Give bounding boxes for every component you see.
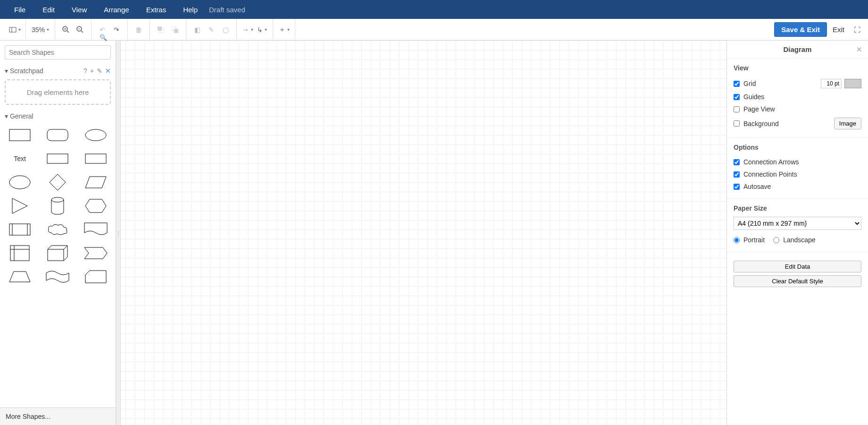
shapes-palette: Text — [0, 123, 116, 289]
grid-checkbox[interactable] — [734, 81, 740, 87]
svg-marker-21 — [12, 198, 27, 213]
canvas[interactable]: ⋮ Living BeingsMammalDonkeyDogLeopardGir… — [116, 41, 726, 425]
scratchpad-help-icon[interactable]: ? — [83, 67, 87, 75]
svg-marker-23 — [85, 199, 106, 212]
scratchpad-add-icon[interactable]: + — [90, 67, 94, 75]
fill-color-icon[interactable]: ◧ — [190, 23, 204, 37]
background-label: Background — [743, 120, 779, 128]
edit-data-button[interactable]: Edit Data — [734, 261, 861, 272]
toolbar: 35% ↶ ↷ 🗑 ◧ ✎ ▢ → ↳ ＋ Save & Exit Exit ⛶ — [0, 19, 868, 41]
shape-document[interactable] — [80, 221, 112, 238]
shape-oval[interactable] — [4, 174, 36, 191]
add-icon[interactable]: ＋ — [277, 23, 291, 37]
format-panel-close-icon[interactable]: ✕ — [856, 45, 862, 54]
view-heading: View — [734, 64, 861, 72]
zoom-level[interactable]: 35% — [30, 26, 51, 34]
general-section-toggle[interactable]: ▾ General — [5, 112, 33, 120]
fullscreen-icon[interactable]: ⛶ — [850, 23, 864, 37]
menu-edit[interactable]: Edit — [34, 0, 63, 19]
grid-size-input[interactable] — [821, 79, 842, 88]
format-panel-title: Diagram — [783, 45, 811, 53]
background-image-button[interactable]: Image — [834, 118, 861, 129]
scratchpad-edit-icon[interactable]: ✎ — [97, 67, 102, 75]
shadow-icon[interactable]: ▢ — [218, 23, 233, 37]
exit-button[interactable]: Exit — [827, 23, 850, 36]
portrait-label: Portrait — [743, 236, 765, 244]
shape-rectangle-2[interactable] — [42, 150, 74, 167]
shape-card[interactable] — [80, 268, 112, 285]
menu-help[interactable]: Help — [175, 0, 206, 19]
scratchpad-toggle[interactable]: ▾ Scratchpad — [5, 67, 43, 75]
autosave-checkbox[interactable] — [734, 184, 740, 190]
delete-icon[interactable]: 🗑 — [132, 23, 146, 37]
svg-marker-30 — [48, 246, 67, 261]
shape-text[interactable]: Text — [4, 150, 36, 167]
svg-marker-19 — [50, 174, 66, 190]
menubar: File Edit View Arrange Extras Help Draft… — [0, 0, 868, 19]
save-status: Draft saved — [209, 6, 245, 14]
shape-rounded-rect[interactable] — [42, 127, 74, 144]
menu-view[interactable]: View — [63, 0, 95, 19]
svg-rect-13 — [9, 129, 30, 141]
search-shapes-input[interactable] — [5, 45, 111, 60]
shape-tape[interactable] — [42, 268, 74, 285]
shape-hexagon[interactable] — [80, 197, 112, 214]
shape-rectangle[interactable] — [4, 127, 36, 144]
svg-rect-27 — [10, 246, 29, 261]
scratchpad-close-icon[interactable]: ✕ — [105, 67, 111, 75]
zoom-in-icon[interactable] — [59, 23, 73, 37]
connection-points-checkbox[interactable] — [734, 171, 740, 178]
shape-internal-storage[interactable] — [4, 245, 36, 262]
to-front-icon[interactable] — [154, 23, 168, 37]
shape-cloud[interactable] — [42, 221, 74, 238]
shapes-panel: 🔍 ▾ Scratchpad ? + ✎ ✕ Drag elements her… — [0, 41, 116, 425]
menu-file[interactable]: File — [6, 0, 34, 19]
svg-rect-24 — [9, 224, 30, 235]
shape-process[interactable] — [4, 221, 36, 238]
save-and-exit-button[interactable]: Save & Exit — [774, 22, 827, 37]
svg-rect-12 — [174, 29, 178, 33]
scratchpad-drop-area[interactable]: Drag elements here — [5, 79, 111, 105]
svg-marker-36 — [85, 271, 106, 283]
grid-color-swatch[interactable] — [844, 79, 861, 88]
search-icon: 🔍 — [100, 34, 107, 41]
pageview-checkbox[interactable] — [734, 106, 740, 112]
landscape-radio[interactable] — [773, 237, 779, 243]
redo-icon[interactable]: ↷ — [109, 23, 124, 37]
shape-triangle[interactable] — [4, 197, 36, 214]
svg-marker-35 — [9, 272, 30, 282]
portrait-radio[interactable] — [734, 237, 740, 243]
shape-trapezoid[interactable] — [4, 268, 36, 285]
connection-points-label: Connection Points — [743, 170, 797, 178]
background-checkbox[interactable] — [734, 120, 740, 127]
grid-label: Grid — [743, 80, 756, 87]
svg-point-22 — [51, 197, 64, 202]
menu-arrange[interactable]: Arrange — [95, 0, 137, 19]
svg-line-7 — [81, 31, 83, 33]
shape-cylinder[interactable] — [42, 197, 74, 214]
connection-arrows-checkbox[interactable] — [734, 159, 740, 165]
waypoint-style-icon[interactable]: ↳ — [255, 23, 269, 37]
landscape-label: Landscape — [783, 236, 816, 244]
svg-line-3 — [67, 31, 69, 33]
connection-style-icon[interactable]: → — [241, 23, 255, 37]
to-back-icon[interactable] — [168, 23, 182, 37]
guides-checkbox[interactable] — [734, 94, 740, 100]
shape-step[interactable] — [80, 245, 112, 262]
shape-diamond[interactable] — [42, 174, 74, 191]
clear-default-style-button[interactable]: Clear Default Style — [734, 275, 861, 287]
menu-extras[interactable]: Extras — [138, 0, 175, 19]
view-mode-dropdown[interactable] — [8, 23, 22, 37]
svg-rect-17 — [85, 154, 106, 163]
shape-parallelogram[interactable] — [80, 174, 112, 191]
more-shapes-button[interactable]: More Shapes... — [0, 408, 116, 425]
shape-ellipse[interactable] — [80, 127, 112, 144]
guides-label: Guides — [743, 93, 764, 101]
svg-point-18 — [9, 176, 30, 189]
paper-size-select[interactable]: A4 (210 mm x 297 mm) — [734, 217, 861, 230]
svg-point-15 — [85, 129, 106, 141]
shape-cube[interactable] — [42, 245, 74, 262]
zoom-out-icon[interactable] — [73, 23, 87, 37]
line-color-icon[interactable]: ✎ — [204, 23, 218, 37]
shape-rectangle-3[interactable] — [80, 150, 112, 167]
